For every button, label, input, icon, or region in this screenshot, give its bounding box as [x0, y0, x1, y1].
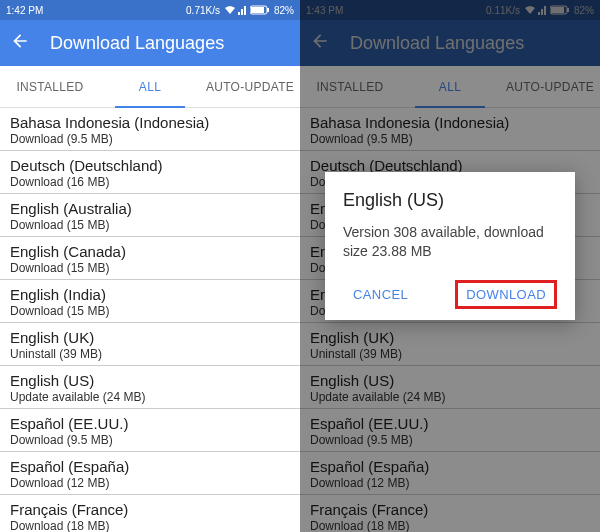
list-item[interactable]: Español (España)Download (12 MB) [0, 452, 300, 495]
language-name: English (UK) [10, 329, 290, 346]
tab-installed[interactable]: INSTALLED [0, 66, 100, 107]
download-dialog: English (US) Version 308 available, down… [325, 172, 575, 320]
app-bar: Download Languages [0, 20, 300, 66]
signal-icon [238, 5, 248, 15]
back-icon[interactable] [10, 31, 30, 55]
screen-right: 1:43 PM 0.11K/s 82% Download Languages I… [300, 0, 600, 532]
language-name: Español (España) [10, 458, 290, 475]
language-name: Español (EE.UU.) [10, 415, 290, 432]
download-button[interactable]: DOWNLOAD [455, 280, 557, 309]
language-name: English (India) [10, 286, 290, 303]
language-subtext: Uninstall (39 MB) [10, 347, 290, 361]
list-item[interactable]: Deutsch (Deutschland)Download (16 MB) [0, 151, 300, 194]
status-right: 0.71K/s 82% [186, 5, 294, 16]
language-list[interactable]: Bahasa Indonesia (Indonesia)Download (9.… [0, 108, 300, 532]
language-name: English (Australia) [10, 200, 290, 217]
language-subtext: Download (18 MB) [10, 519, 290, 532]
language-subtext: Download (15 MB) [10, 261, 290, 275]
language-subtext: Download (9.5 MB) [10, 433, 290, 447]
status-battery: 82% [274, 5, 294, 16]
language-name: Deutsch (Deutschland) [10, 157, 290, 174]
list-item[interactable]: Español (EE.UU.)Download (9.5 MB) [0, 409, 300, 452]
svg-rect-2 [251, 7, 264, 13]
dialog-body: Version 308 available, download size 23.… [343, 223, 557, 261]
list-item[interactable]: Bahasa Indonesia (Indonesia)Download (9.… [0, 108, 300, 151]
list-item[interactable]: English (Canada)Download (15 MB) [0, 237, 300, 280]
screen-left: 1:42 PM 0.71K/s 82% Download Languages I… [0, 0, 300, 532]
list-item[interactable]: Français (France)Download (18 MB) [0, 495, 300, 532]
language-subtext: Download (15 MB) [10, 304, 290, 318]
status-time: 1:42 PM [6, 5, 186, 16]
language-subtext: Download (12 MB) [10, 476, 290, 490]
language-name: English (Canada) [10, 243, 290, 260]
page-title: Download Languages [50, 33, 224, 54]
language-name: Bahasa Indonesia (Indonesia) [10, 114, 290, 131]
wifi-icon [224, 5, 236, 15]
list-item[interactable]: English (UK)Uninstall (39 MB) [0, 323, 300, 366]
tab-all[interactable]: ALL [100, 66, 200, 107]
language-name: English (US) [10, 372, 290, 389]
list-item[interactable]: English (India)Download (15 MB) [0, 280, 300, 323]
status-bar: 1:42 PM 0.71K/s 82% [0, 0, 300, 20]
list-item[interactable]: English (Australia)Download (15 MB) [0, 194, 300, 237]
modal-overlay[interactable]: English (US) Version 308 available, down… [300, 0, 600, 532]
status-speed: 0.71K/s [186, 5, 220, 16]
language-subtext: Download (9.5 MB) [10, 132, 290, 146]
language-subtext: Download (16 MB) [10, 175, 290, 189]
language-subtext: Download (15 MB) [10, 218, 290, 232]
battery-icon [250, 5, 270, 15]
language-subtext: Update available (24 MB) [10, 390, 290, 404]
tabs: INSTALLED ALL AUTO-UPDATE [0, 66, 300, 108]
cancel-button[interactable]: CANCEL [343, 279, 418, 310]
language-name: Français (France) [10, 501, 290, 518]
list-item[interactable]: English (US)Update available (24 MB) [0, 366, 300, 409]
tab-auto-update[interactable]: AUTO-UPDATE [200, 66, 300, 107]
dialog-title: English (US) [343, 190, 557, 211]
dialog-actions: CANCEL DOWNLOAD [343, 279, 557, 310]
status-icons [224, 5, 270, 15]
svg-rect-1 [267, 8, 269, 12]
